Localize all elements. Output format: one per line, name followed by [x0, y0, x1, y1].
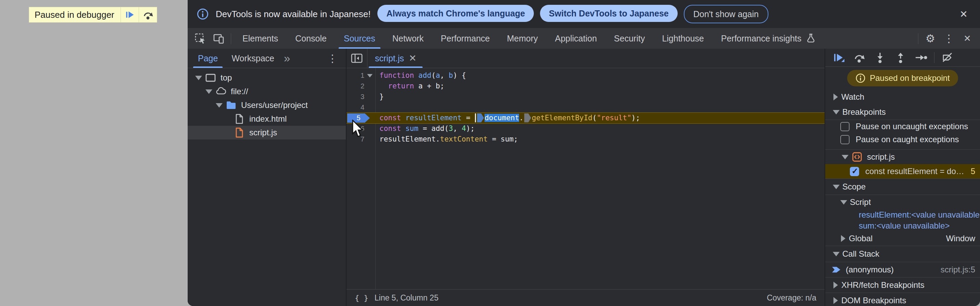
- step-out-button[interactable]: [891, 50, 910, 65]
- tree-item-top[interactable]: top: [188, 71, 346, 84]
- tab-performance-insights[interactable]: Performance insights: [713, 29, 824, 49]
- token: return: [388, 82, 414, 90]
- token: (: [592, 114, 597, 122]
- checkbox-unchecked[interactable]: [840, 122, 850, 131]
- scope-variable-resultelement[interactable]: resultElement: <value unavailable>: [825, 209, 980, 220]
- switch-devtools-to-japanese-button[interactable]: Switch DevTools to Japanese: [540, 5, 678, 22]
- checkbox-unchecked[interactable]: [840, 135, 850, 144]
- code-editor[interactable]: 1function add(a, b) {2 return a + b;3}45…: [347, 68, 824, 289]
- token: [401, 124, 406, 132]
- tab-sources[interactable]: Sources: [335, 29, 384, 49]
- banner-resume-button[interactable]: [121, 7, 139, 22]
- tree-item-script-js[interactable]: script.js: [188, 126, 346, 139]
- code-line-5[interactable]: 5const resultElement = document.getEleme…: [347, 113, 824, 123]
- breakpoint-entry[interactable]: const resultElement = doc⋯5: [825, 164, 980, 178]
- sidebar-menu-icon[interactable]: ⋮: [323, 53, 342, 64]
- devtools-close-icon[interactable]: ✕: [958, 29, 977, 49]
- xhr-fetch-breakpoints-header[interactable]: XHR/fetch Breakpoints: [825, 277, 980, 293]
- step-over-icon: [142, 9, 153, 20]
- code-line-7[interactable]: 7resultElement.textContent = sum;: [347, 134, 824, 145]
- tab-page[interactable]: Page: [191, 49, 224, 68]
- tab-security[interactable]: Security: [605, 29, 653, 49]
- call-stack-section-header[interactable]: Call Stack: [825, 246, 980, 262]
- editor-tab-close-icon[interactable]: ✕: [409, 53, 417, 64]
- line-number[interactable]: 4: [347, 102, 364, 113]
- infobar-close-icon[interactable]: ✕: [956, 9, 971, 20]
- breakpoints-section-header[interactable]: Breakpoints: [825, 105, 980, 120]
- chevron-down-icon[interactable]: [195, 76, 202, 80]
- debugger-panel: Paused on breakpoint Watch Breakpoints P…: [824, 49, 980, 306]
- token: add: [418, 71, 431, 80]
- resume-button[interactable]: [829, 50, 848, 65]
- step-over-button[interactable]: [850, 50, 869, 65]
- debugger-controls: [825, 49, 980, 67]
- chevron-down-icon: [833, 252, 840, 256]
- checkbox-checked[interactable]: [850, 167, 859, 176]
- call-stack-frames: (anonymous)script.js:5: [825, 262, 980, 277]
- infobar: DevTools is now available in Japanese! A…: [188, 0, 980, 28]
- chevron-down-icon[interactable]: [205, 89, 212, 94]
- continue-to-location-marker[interactable]: [477, 113, 484, 122]
- flask-icon: [806, 33, 816, 44]
- info-icon: [855, 73, 865, 83]
- code-line-3[interactable]: 3}: [347, 91, 824, 102]
- don-t-show-again-button[interactable]: Don't show again: [684, 5, 768, 23]
- line-number[interactable]: 1: [347, 70, 364, 81]
- step-into-button[interactable]: [870, 50, 889, 65]
- code-line-1[interactable]: 1function add(a, b) {: [347, 70, 824, 81]
- continue-to-location-marker[interactable]: [524, 113, 531, 122]
- scope-section-header[interactable]: Scope: [825, 178, 980, 195]
- chevron-right-icon: [841, 235, 845, 242]
- deactivate-breakpoints-button[interactable]: [938, 50, 957, 65]
- call-stack-frame[interactable]: (anonymous)script.js:5: [825, 262, 980, 277]
- tab-workspace[interactable]: Workspace: [224, 49, 281, 68]
- variable-value: <value unavailable>: [911, 210, 980, 220]
- scope-global-header[interactable]: GlobalWindow: [825, 231, 980, 246]
- always-match-chrome-s-language-button[interactable]: Always match Chrome's language: [377, 5, 534, 22]
- global-scope-value: Window: [942, 234, 975, 243]
- gear-icon[interactable]: ⚙: [921, 29, 940, 49]
- code-line-4[interactable]: 4: [347, 102, 824, 113]
- more-menu-icon[interactable]: ⋮: [940, 29, 958, 49]
- scope-script-header[interactable]: Script: [825, 195, 980, 209]
- step-button[interactable]: [912, 50, 931, 65]
- chevron-down-icon[interactable]: [216, 103, 223, 108]
- tab-memory[interactable]: Memory: [498, 29, 546, 49]
- pretty-print-icon[interactable]: { }: [355, 294, 368, 302]
- devtools-window: DevTools is now available in Japanese! A…: [188, 0, 980, 306]
- code-line-6[interactable]: 6const sum = add(3, 4);: [347, 123, 824, 134]
- toolbar-divider: [231, 33, 231, 44]
- fold-arrow-icon[interactable]: [364, 74, 375, 77]
- tab-performance[interactable]: Performance: [432, 29, 498, 49]
- tab-elements[interactable]: Elements: [234, 29, 286, 49]
- inspect-icon[interactable]: [191, 29, 210, 49]
- tab-lighthouse[interactable]: Lighthouse: [653, 29, 712, 49]
- tab-network[interactable]: Network: [384, 29, 433, 49]
- tree-item-file[interactable]: file://: [188, 84, 346, 98]
- tab-application[interactable]: Application: [547, 29, 605, 49]
- code-line-2[interactable]: 2 return a + b;: [347, 81, 824, 91]
- tab-console[interactable]: Console: [286, 29, 335, 49]
- breakpoint-group-script-js[interactable]: script.js: [825, 150, 980, 164]
- sidebar-tabs: Page Workspace » ⋮: [188, 49, 346, 68]
- scope-variable-sum[interactable]: sum: <value unavailable>: [825, 220, 980, 231]
- banner-step-over-button[interactable]: [139, 7, 157, 22]
- code-text: function add(a, b) {: [375, 70, 824, 81]
- device-toolbar-icon[interactable]: [210, 29, 228, 49]
- pause-on-uncaught-exceptions[interactable]: Pause on uncaught exceptions: [825, 120, 980, 133]
- line-number[interactable]: 2: [347, 81, 364, 91]
- collapse-sidebar-icon[interactable]: [347, 49, 368, 68]
- token: sum: [406, 124, 418, 132]
- line-number[interactable]: 3: [347, 91, 364, 102]
- token: 3: [449, 124, 453, 132]
- editor-tab-script-js[interactable]: script.js ✕: [368, 49, 424, 68]
- tree-item-index-html[interactable]: index.html: [188, 112, 346, 126]
- more-tabs-icon[interactable]: »: [281, 52, 293, 65]
- tree-item-users-user-project[interactable]: Users/user/project: [188, 98, 346, 112]
- tab-label: Security: [614, 33, 645, 43]
- dom-breakpoints-header[interactable]: DOM Breakpoints: [825, 293, 980, 306]
- devtools-tabbar: ElementsConsoleSourcesNetworkPerformance…: [188, 28, 980, 49]
- pause-on-caught-exceptions[interactable]: Pause on caught exceptions: [825, 133, 980, 146]
- step-icon: [915, 52, 928, 64]
- watch-section-header[interactable]: Watch: [825, 89, 980, 105]
